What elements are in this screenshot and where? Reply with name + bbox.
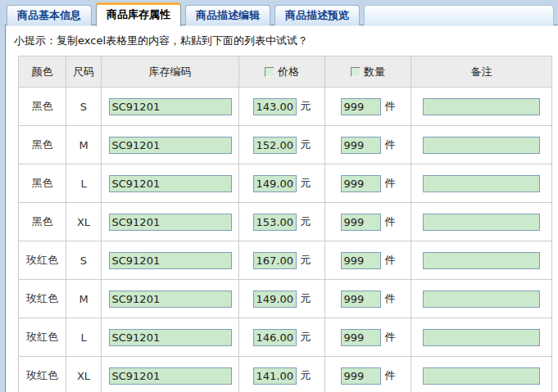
qty-input[interactable] bbox=[341, 252, 381, 269]
color-cell: 玫红色 bbox=[19, 241, 66, 280]
color-cell: 黑色 bbox=[19, 164, 66, 203]
tab-2-active[interactable]: 商品库存属性 bbox=[96, 2, 181, 26]
table-row: 黑色 M 元 件 bbox=[19, 126, 552, 164]
tab-3[interactable]: 商品描述编辑 bbox=[185, 5, 270, 25]
table-row: 玫红色 M 元 件 bbox=[19, 280, 552, 318]
table-row: 黑色 L 元 件 bbox=[19, 164, 552, 203]
price-cell: 元 bbox=[239, 357, 325, 392]
paste-hint-text: 小提示：复制excel表格里的内容，粘贴到下面的列表中试试？ bbox=[6, 25, 558, 56]
price-unit-label: 元 bbox=[301, 291, 311, 306]
note-cell bbox=[411, 203, 552, 241]
qty-input[interactable] bbox=[341, 214, 381, 231]
note-input[interactable] bbox=[423, 214, 540, 231]
sku-input[interactable] bbox=[109, 367, 232, 385]
qty-cell: 件 bbox=[325, 241, 411, 280]
price-unit-label: 元 bbox=[301, 214, 311, 229]
sku-cell bbox=[102, 241, 239, 280]
size-cell: M bbox=[66, 126, 102, 164]
color-cell: 玫红色 bbox=[19, 318, 66, 357]
price-input[interactable] bbox=[253, 329, 297, 346]
tab-filler bbox=[364, 5, 554, 25]
price-input[interactable] bbox=[253, 214, 297, 231]
tab-1[interactable]: 商品基本信息 bbox=[7, 5, 92, 25]
note-input[interactable] bbox=[423, 98, 540, 115]
header-price-label: 价格 bbox=[278, 65, 299, 78]
qty-input[interactable] bbox=[341, 291, 381, 308]
sku-cell bbox=[102, 357, 239, 392]
note-cell bbox=[411, 164, 552, 203]
color-cell: 黑色 bbox=[19, 126, 66, 164]
inventory-table-wrap: 颜色 尺码 库存编码 价格 数量 备注 黑色 S bbox=[18, 56, 558, 392]
qty-unit-label: 件 bbox=[385, 137, 396, 152]
sku-input[interactable] bbox=[109, 252, 232, 269]
price-input[interactable] bbox=[253, 252, 297, 269]
price-cell: 元 bbox=[239, 126, 325, 164]
qty-input[interactable] bbox=[341, 329, 381, 346]
note-input[interactable] bbox=[423, 329, 540, 346]
price-unit-label: 元 bbox=[301, 330, 311, 345]
color-cell: 玫红色 bbox=[19, 280, 66, 318]
price-unit-label: 元 bbox=[301, 99, 311, 114]
price-unit-label: 元 bbox=[301, 176, 311, 191]
size-cell: M bbox=[66, 280, 102, 318]
qty-unit-label: 件 bbox=[385, 330, 396, 345]
qty-unit-label: 件 bbox=[385, 253, 396, 268]
header-size: 尺码 bbox=[66, 56, 102, 88]
inventory-table: 颜色 尺码 库存编码 价格 数量 备注 黑色 S bbox=[18, 56, 552, 392]
qty-input[interactable] bbox=[341, 137, 381, 154]
sku-cell bbox=[102, 280, 239, 318]
header-color: 颜色 bbox=[19, 56, 66, 88]
qty-cell: 件 bbox=[325, 203, 411, 241]
sku-input[interactable] bbox=[109, 214, 232, 231]
note-input[interactable] bbox=[423, 367, 540, 385]
sku-input[interactable] bbox=[109, 175, 232, 192]
table-row: 玫红色 XL 元 件 bbox=[19, 357, 552, 392]
note-cell bbox=[411, 88, 552, 126]
qty-input[interactable] bbox=[341, 98, 381, 115]
note-cell bbox=[411, 126, 552, 164]
qty-unit-label: 件 bbox=[385, 291, 396, 306]
note-input[interactable] bbox=[423, 252, 540, 269]
price-cell: 元 bbox=[239, 318, 325, 357]
price-cell: 元 bbox=[239, 164, 325, 203]
size-cell: L bbox=[66, 318, 102, 357]
inventory-table-body: 黑色 S 元 件 黑色 M 元 bbox=[19, 88, 552, 392]
note-cell bbox=[411, 318, 552, 357]
tab-4[interactable]: 商品描述预览 bbox=[274, 5, 360, 25]
color-cell: 玫红色 bbox=[19, 357, 66, 392]
price-cell: 元 bbox=[239, 88, 325, 126]
color-cell: 黑色 bbox=[19, 88, 66, 126]
price-input[interactable] bbox=[253, 98, 297, 115]
sku-input[interactable] bbox=[109, 98, 232, 115]
qty-unit-label: 件 bbox=[385, 99, 396, 114]
qty-input[interactable] bbox=[341, 367, 381, 385]
header-row: 颜色 尺码 库存编码 价格 数量 备注 bbox=[19, 56, 552, 88]
price-cell: 元 bbox=[239, 241, 325, 280]
sku-cell bbox=[102, 126, 239, 164]
note-input[interactable] bbox=[423, 137, 540, 154]
price-input[interactable] bbox=[253, 175, 297, 192]
price-input[interactable] bbox=[253, 367, 297, 385]
header-qty-label: 数量 bbox=[364, 65, 385, 78]
sku-input[interactable] bbox=[109, 137, 232, 154]
note-input[interactable] bbox=[423, 175, 540, 192]
price-cell: 元 bbox=[239, 203, 325, 241]
size-cell: S bbox=[66, 88, 102, 126]
qty-input[interactable] bbox=[341, 175, 381, 192]
qty-cell: 件 bbox=[325, 318, 411, 357]
price-cell: 元 bbox=[239, 280, 325, 318]
price-input[interactable] bbox=[253, 291, 297, 308]
qty-cell: 件 bbox=[325, 280, 411, 318]
size-cell: S bbox=[66, 241, 102, 280]
sku-input[interactable] bbox=[109, 329, 232, 346]
qty-cell: 件 bbox=[325, 357, 411, 392]
size-cell: XL bbox=[66, 203, 102, 241]
qty-checkbox[interactable] bbox=[351, 67, 361, 77]
tab-bar: 商品基本信息商品库存属性商品描述编辑商品描述预览 bbox=[0, 0, 558, 25]
price-input[interactable] bbox=[253, 137, 297, 154]
note-input[interactable] bbox=[423, 291, 540, 308]
price-checkbox[interactable] bbox=[265, 67, 274, 77]
qty-unit-label: 件 bbox=[385, 368, 396, 383]
price-unit-label: 元 bbox=[301, 253, 311, 268]
sku-input[interactable] bbox=[109, 291, 232, 308]
